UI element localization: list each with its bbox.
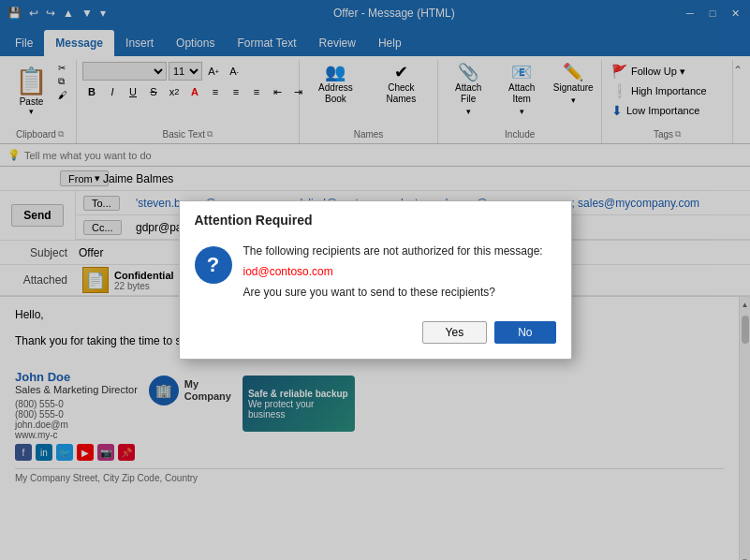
dialog-no-button[interactable]: No [494,321,555,344]
dialog-text-area: The following recipients are not authori… [243,243,543,299]
attention-dialog: Attention Required ? The following recip… [179,200,572,360]
dialog-yes-button[interactable]: Yes [422,321,488,344]
dialog-question-icon: ? [195,246,232,284]
dialog-title: Attention Required [180,201,571,235]
dialog-email: iod@contoso.com [243,265,543,278]
dialog-question-text: Are you sure you want to send to these r… [243,286,543,299]
dialog-overlay: Attention Required ? The following recip… [0,0,750,560]
dialog-body: ? The following recipients are not autho… [180,235,571,314]
dialog-buttons: Yes No [180,314,571,359]
dialog-message: The following recipients are not authori… [243,243,543,259]
